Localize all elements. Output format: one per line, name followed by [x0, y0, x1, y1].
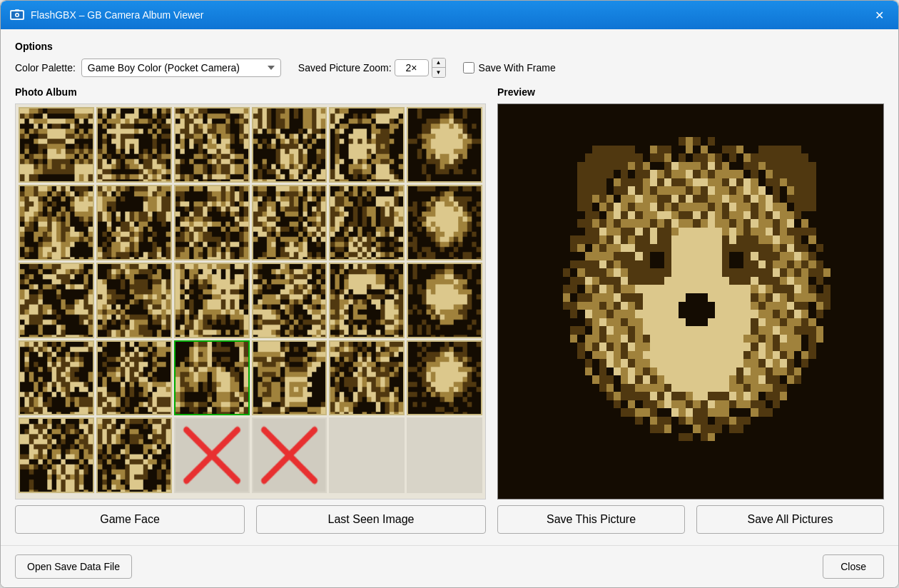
- photo-thumbnail: [98, 108, 171, 181]
- photo-cell[interactable]: [329, 185, 405, 260]
- preview-buttons: Save This Picture Save All Pictures: [497, 505, 884, 534]
- photo-thumbnail: [20, 108, 93, 181]
- photo-cell[interactable]: [174, 263, 250, 338]
- zoom-input[interactable]: [395, 59, 429, 76]
- photo-thumbnail: [330, 264, 403, 337]
- save-with-frame-checkbox[interactable]: [463, 62, 474, 74]
- app-icon: [9, 7, 25, 23]
- photo-thumbnail-deleted: [253, 419, 326, 492]
- photo-thumbnail: [330, 186, 403, 259]
- photo-thumbnail: [253, 186, 326, 259]
- photo-thumbnail: [330, 342, 403, 415]
- photo-thumbnail: [408, 342, 481, 415]
- photo-cell[interactable]: [174, 340, 250, 416]
- close-button[interactable]: Close: [823, 554, 884, 579]
- photo-grid: [19, 107, 482, 493]
- photo-thumbnail: [253, 108, 326, 181]
- photo-cell[interactable]: [252, 107, 327, 183]
- photo-cell[interactable]: [252, 417, 327, 493]
- photo-cell[interactable]: [19, 185, 94, 260]
- photo-cell: [407, 417, 482, 493]
- photo-cell[interactable]: [174, 185, 250, 260]
- game-face-button[interactable]: Game Face: [15, 505, 245, 534]
- photo-thumbnail: [253, 342, 326, 415]
- photo-album-section: Photo Album Game Face Last Seen Image: [15, 86, 486, 534]
- photo-thumbnail: [20, 419, 93, 492]
- photo-thumbnail: [98, 264, 171, 337]
- preview-label: Preview: [497, 86, 884, 98]
- zoom-spinner: ▲ ▼: [432, 58, 446, 78]
- last-seen-button[interactable]: Last Seen Image: [256, 505, 486, 534]
- title-bar: FlashGBX – GB Camera Album Viewer ✕: [1, 1, 898, 29]
- options-section: Options Color Palette: Game Boy Color (P…: [15, 41, 884, 78]
- color-palette-label: Color Palette:: [15, 62, 76, 74]
- zoom-label: Saved Picture Zoom:: [298, 62, 392, 74]
- bottom-bar: Open Save Data File Close: [1, 545, 898, 587]
- photo-cell[interactable]: [252, 263, 327, 338]
- photo-thumbnail: [408, 186, 481, 259]
- main-content: Options Color Palette: Game Boy Color (P…: [1, 29, 898, 545]
- preview-section: Preview Save This Picture Save All Pictu…: [497, 86, 884, 534]
- photo-cell[interactable]: [174, 107, 250, 183]
- preview-image-container: [497, 103, 884, 500]
- photo-thumbnail: [176, 186, 248, 259]
- photo-cell[interactable]: [96, 185, 172, 260]
- photo-thumbnail: [20, 264, 93, 337]
- photo-cell[interactable]: [96, 107, 172, 183]
- photo-thumbnail: [176, 342, 248, 415]
- window-title: FlashGBX – GB Camera Album Viewer: [31, 9, 868, 21]
- main-window: FlashGBX – GB Camera Album Viewer ✕ Opti…: [0, 0, 899, 588]
- open-save-data-button[interactable]: Open Save Data File: [15, 554, 132, 579]
- photo-cell[interactable]: [19, 417, 94, 493]
- photo-cell[interactable]: [407, 107, 482, 183]
- zoom-group: Saved Picture Zoom: ▲ ▼: [298, 58, 446, 78]
- photo-cell: [329, 417, 405, 493]
- photo-thumbnail: [98, 342, 171, 415]
- photo-cell[interactable]: [96, 340, 172, 416]
- photo-cell[interactable]: [96, 417, 172, 493]
- preview-canvas: [498, 104, 883, 499]
- photo-cell[interactable]: [96, 263, 172, 338]
- photo-cell[interactable]: [407, 263, 482, 338]
- main-area: Photo Album Game Face Last Seen Image Pr…: [15, 86, 884, 534]
- save-this-picture-button[interactable]: Save This Picture: [497, 505, 685, 534]
- photo-thumbnail: [98, 186, 171, 259]
- photo-cell[interactable]: [252, 185, 327, 260]
- photo-cell[interactable]: [329, 263, 405, 338]
- photo-cell[interactable]: [252, 340, 327, 416]
- photo-thumbnail-deleted: [176, 419, 248, 492]
- photo-cell[interactable]: [19, 340, 94, 416]
- photo-cell[interactable]: [329, 340, 405, 416]
- photo-cell[interactable]: [19, 107, 94, 183]
- photo-album-label: Photo Album: [15, 86, 486, 98]
- svg-point-3: [16, 14, 19, 16]
- photo-grid-container: [15, 103, 486, 500]
- photo-cell[interactable]: [407, 185, 482, 260]
- options-row: Color Palette: Game Boy Color (Pocket Ca…: [15, 58, 884, 78]
- save-all-pictures-button[interactable]: Save All Pictures: [696, 505, 884, 534]
- color-palette-group: Color Palette: Game Boy Color (Pocket Ca…: [15, 59, 281, 77]
- svg-rect-4: [15, 9, 19, 11]
- photo-thumbnail: [408, 108, 481, 181]
- zoom-down-button[interactable]: ▼: [432, 68, 445, 77]
- photo-thumbnail: [176, 264, 248, 337]
- photo-cell[interactable]: [329, 107, 405, 183]
- photo-thumbnail: [20, 186, 93, 259]
- photo-thumbnail: [98, 419, 171, 492]
- options-label: Options: [15, 41, 884, 52]
- photo-thumbnail: [176, 108, 248, 181]
- close-icon[interactable]: ✕: [868, 4, 890, 26]
- photo-thumbnail: [330, 108, 403, 181]
- photo-cell[interactable]: [174, 417, 250, 493]
- photo-thumbnail: [253, 264, 326, 337]
- photo-thumbnail: [408, 264, 481, 337]
- album-buttons: Game Face Last Seen Image: [15, 505, 486, 534]
- photo-cell[interactable]: [19, 263, 94, 338]
- save-with-frame-label[interactable]: Save With Frame: [463, 62, 556, 74]
- color-palette-select[interactable]: Game Boy Color (Pocket Camera): [81, 59, 281, 77]
- photo-cell[interactable]: [407, 340, 482, 416]
- photo-thumbnail: [20, 342, 93, 415]
- zoom-up-button[interactable]: ▲: [432, 59, 445, 68]
